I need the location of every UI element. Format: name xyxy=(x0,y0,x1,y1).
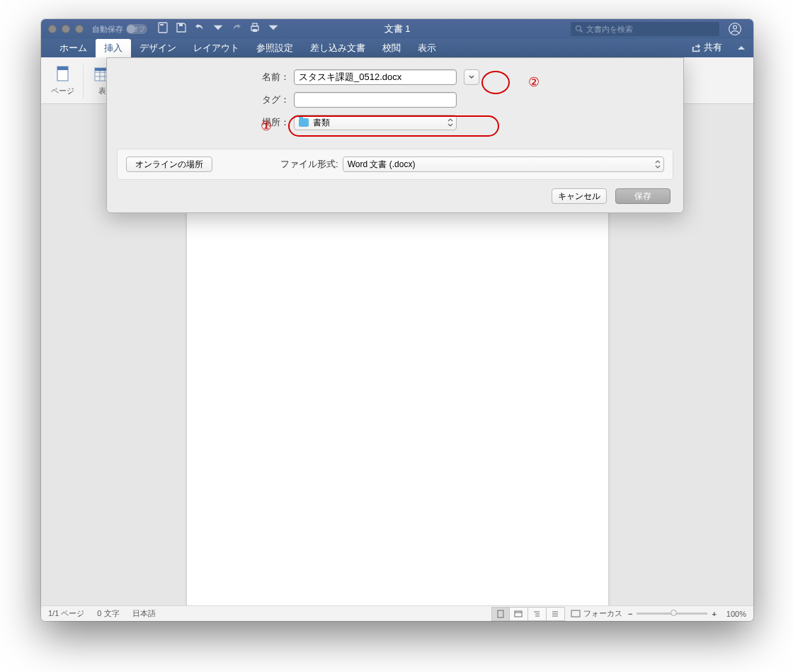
zoom-control: − + 100% xyxy=(628,610,746,618)
zoom-slider[interactable] xyxy=(637,613,707,615)
ribbon-tabs: ホーム 挿入 デザイン レイアウト 参照設定 差し込み文書 校閲 表示 共有 xyxy=(41,39,753,57)
tab-references[interactable]: 参照設定 xyxy=(248,39,302,57)
tab-review[interactable]: 校閲 xyxy=(374,39,409,57)
minimize-window-icon[interactable] xyxy=(62,25,70,33)
tab-home[interactable]: ホーム xyxy=(51,39,96,57)
focus-mode-button[interactable]: フォーカス xyxy=(571,608,622,619)
tag-input[interactable] xyxy=(294,92,457,108)
svg-rect-4 xyxy=(253,23,257,26)
svg-rect-11 xyxy=(57,67,68,70)
svg-rect-1 xyxy=(160,24,164,25)
svg-rect-19 xyxy=(515,611,522,617)
document-title: 文書 1 xyxy=(384,23,411,35)
svg-rect-5 xyxy=(253,29,257,32)
view-mode-buttons xyxy=(491,607,565,621)
autosave-toggle[interactable]: 自動保存 オフ xyxy=(92,24,147,35)
fileformat-label: ファイル形式: xyxy=(280,158,338,171)
tab-design[interactable]: デザイン xyxy=(131,39,185,57)
search-icon xyxy=(575,25,583,33)
close-window-icon[interactable] xyxy=(48,25,57,33)
collapse-ribbon-icon[interactable] xyxy=(736,43,746,56)
account-icon[interactable] xyxy=(728,22,743,36)
save-icon[interactable] xyxy=(176,22,187,36)
view-print-layout-icon[interactable] xyxy=(491,607,510,621)
view-web-layout-icon[interactable] xyxy=(510,607,528,621)
undo-dropdown-icon[interactable] xyxy=(212,22,224,36)
tag-label: タグ： xyxy=(124,93,294,106)
name-label: 名前： xyxy=(124,71,294,84)
cancel-button[interactable]: キャンセル xyxy=(552,188,607,204)
qat-dropdown-icon[interactable] xyxy=(268,22,279,36)
save-dialog: 名前： タグ： 場所： 書類 オンラインの場所 ファイル形式 xyxy=(106,57,684,213)
ribbon-pages-button[interactable]: ページ xyxy=(45,62,80,99)
template-icon[interactable] xyxy=(157,22,169,36)
svg-rect-18 xyxy=(498,610,503,617)
undo-icon[interactable] xyxy=(194,22,205,36)
view-draft-icon[interactable] xyxy=(547,607,565,621)
zoom-out-icon[interactable]: − xyxy=(628,610,632,618)
svg-rect-2 xyxy=(179,23,183,26)
status-bar: 1/1 ページ 0 文字 日本語 フォーカス − + 100% xyxy=(41,605,753,621)
word-app-window: 自動保存 オフ 文書 1 文書内を検索 ホーム 挿入 デザイン レイアウト 参照… xyxy=(41,19,753,621)
redo-icon[interactable] xyxy=(231,22,242,36)
status-page-count[interactable]: 1/1 ページ xyxy=(48,608,84,619)
zoom-in-icon[interactable]: + xyxy=(712,610,716,618)
zoom-percent[interactable]: 100% xyxy=(726,610,746,618)
share-button[interactable]: 共有 xyxy=(691,41,722,54)
print-icon[interactable] xyxy=(249,22,261,36)
titlebar: 自動保存 オフ 文書 1 文書内を検索 xyxy=(41,19,753,39)
filename-input[interactable] xyxy=(294,69,457,85)
fileformat-dropdown[interactable]: Word 文書 (.docx) xyxy=(343,156,664,172)
search-input[interactable]: 文書内を検索 xyxy=(571,22,719,36)
svg-point-6 xyxy=(576,26,581,31)
svg-line-7 xyxy=(581,30,583,33)
view-outline-icon[interactable] xyxy=(528,607,547,621)
expand-dialog-icon[interactable] xyxy=(464,69,479,85)
folder-icon xyxy=(299,118,309,127)
tab-view[interactable]: 表示 xyxy=(409,39,445,57)
save-button[interactable]: 保存 xyxy=(615,188,671,204)
status-word-count[interactable]: 0 文字 xyxy=(97,608,119,619)
tab-mailings[interactable]: 差し込み文書 xyxy=(302,39,374,57)
autosave-label: 自動保存 xyxy=(92,24,123,35)
online-locations-button[interactable]: オンラインの場所 xyxy=(126,156,212,172)
status-language[interactable]: 日本語 xyxy=(132,608,156,619)
svg-rect-27 xyxy=(571,610,580,617)
tab-layout[interactable]: レイアウト xyxy=(185,39,248,57)
window-controls xyxy=(41,25,84,33)
location-label: 場所： xyxy=(124,116,294,129)
tab-insert[interactable]: 挿入 xyxy=(96,39,131,57)
svg-point-9 xyxy=(734,25,737,29)
zoom-window-icon[interactable] xyxy=(75,25,84,33)
location-dropdown[interactable]: 書類 xyxy=(294,115,457,130)
